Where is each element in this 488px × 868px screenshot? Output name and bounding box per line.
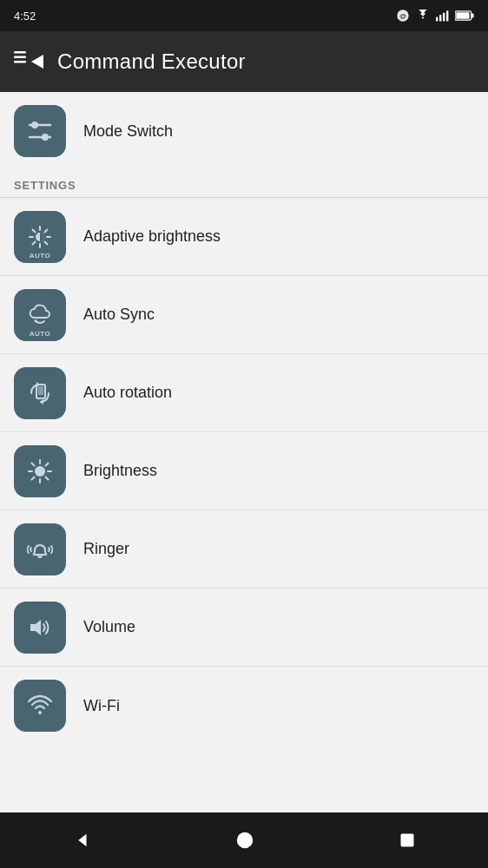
status-time: 4:52 — [14, 10, 36, 23]
setting-item-brightness[interactable]: Brightness — [0, 432, 488, 510]
adaptive-brightness-label: Adaptive brightness — [83, 227, 221, 246]
status-bar: 4:52 @ — [0, 0, 488, 31]
svg-point-14 — [31, 122, 38, 128]
ringer-label: Ringer — [83, 540, 129, 558]
svg-line-37 — [46, 477, 49, 479]
svg-line-23 — [45, 241, 48, 244]
app-bar-icon[interactable] — [12, 46, 43, 77]
svg-rect-28 — [38, 386, 43, 395]
setting-item-adaptive-brightness[interactable]: AUTO Adaptive brightness — [0, 198, 488, 276]
auto-rotation-icon-box — [14, 367, 66, 419]
status-icons: @ — [396, 9, 474, 23]
back-button[interactable] — [72, 831, 91, 850]
svg-marker-30 — [40, 399, 43, 404]
back-icon — [72, 831, 91, 850]
svg-rect-9 — [14, 51, 26, 54]
auto-sync-icon-box: AUTO — [14, 289, 66, 341]
svg-rect-7 — [472, 13, 474, 17]
menu-back-icons[interactable] — [12, 46, 43, 77]
svg-line-36 — [32, 463, 35, 465]
recents-button[interactable] — [399, 832, 416, 849]
adaptive-brightness-badge: AUTO — [30, 252, 51, 260]
mode-switch-item[interactable]: Mode Switch — [0, 92, 488, 170]
auto-rotation-label: Auto rotation — [83, 384, 172, 402]
home-button[interactable] — [235, 831, 254, 850]
mode-switch-label: Mode Switch — [83, 122, 173, 141]
svg-line-39 — [32, 477, 35, 479]
svg-point-16 — [42, 134, 49, 141]
recents-icon — [399, 832, 416, 849]
main-content: Mode Switch SETTINGS AUTO Adaptive brigh… — [0, 92, 488, 745]
svg-rect-3 — [439, 15, 441, 21]
brightness-icon-box — [14, 445, 66, 497]
volume-label: Volume — [83, 618, 135, 636]
mode-switch-icon-box — [14, 105, 66, 157]
svg-point-43 — [237, 832, 253, 848]
svg-line-38 — [46, 463, 49, 465]
svg-rect-8 — [456, 12, 469, 19]
brightness-icon — [27, 458, 53, 484]
svg-rect-11 — [14, 61, 26, 63]
svg-rect-5 — [446, 10, 448, 21]
wifi-icon-box — [14, 680, 66, 732]
app-bar: Command Executor — [0, 31, 488, 92]
svg-line-24 — [45, 229, 48, 232]
brightness-label: Brightness — [83, 462, 157, 480]
svg-marker-12 — [31, 55, 43, 69]
volume-icon — [27, 615, 53, 641]
ringer-icon-box — [14, 523, 66, 575]
mode-switch-icon — [25, 116, 55, 146]
svg-marker-42 — [78, 834, 86, 847]
svg-line-22 — [33, 229, 36, 232]
wifi-status-icon — [415, 10, 431, 22]
setting-item-ringer[interactable]: Ringer — [0, 510, 488, 589]
svg-marker-40 — [30, 620, 41, 635]
notification-icon: @ — [396, 9, 410, 23]
svg-rect-10 — [14, 56, 26, 59]
setting-item-wifi[interactable]: Wi-Fi — [0, 667, 488, 745]
ringer-icon — [27, 536, 53, 562]
adaptive-brightness-icon — [27, 224, 53, 250]
volume-icon-box — [14, 602, 66, 654]
app-title: Command Executor — [57, 49, 246, 74]
auto-sync-badge: AUTO — [30, 330, 51, 338]
setting-item-volume[interactable]: Volume — [0, 589, 488, 667]
wifi-icon — [27, 693, 53, 719]
signal-icon — [436, 10, 450, 22]
battery-icon — [455, 10, 474, 21]
svg-text:@: @ — [399, 12, 406, 20]
svg-rect-44 — [401, 834, 414, 847]
svg-line-25 — [33, 241, 36, 244]
svg-point-41 — [38, 711, 42, 714]
svg-rect-4 — [443, 13, 445, 22]
settings-header: SETTINGS — [0, 170, 488, 198]
bottom-nav — [0, 812, 488, 868]
home-icon — [235, 831, 254, 850]
svg-point-31 — [35, 466, 45, 477]
setting-item-auto-rotation[interactable]: Auto rotation — [0, 354, 488, 432]
auto-sync-label: Auto Sync — [83, 306, 155, 324]
svg-rect-2 — [436, 17, 438, 22]
auto-sync-icon — [27, 302, 53, 328]
auto-rotation-icon — [27, 380, 53, 406]
adaptive-brightness-icon-box: AUTO — [14, 211, 66, 263]
setting-item-auto-sync[interactable]: AUTO Auto Sync — [0, 276, 488, 354]
wifi-label: Wi-Fi — [83, 697, 120, 715]
